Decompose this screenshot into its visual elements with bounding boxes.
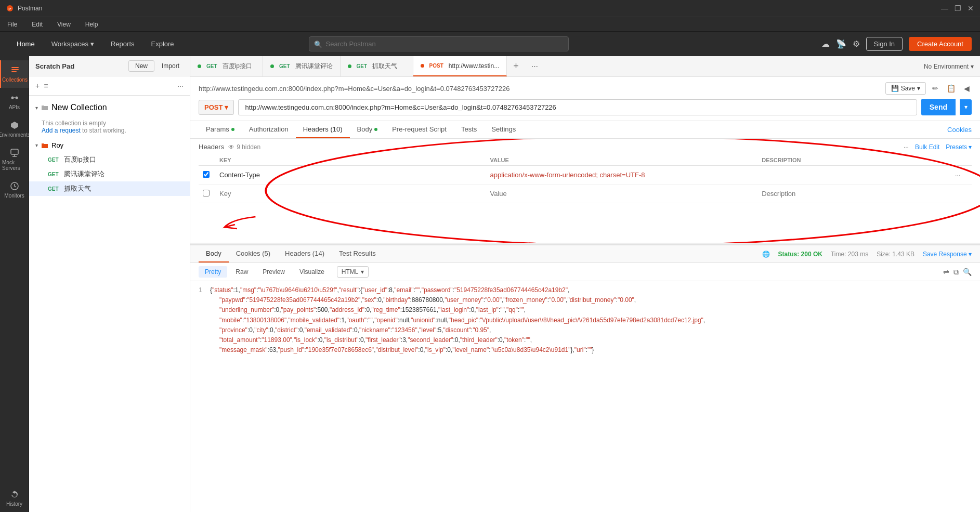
nav-home[interactable]: Home xyxy=(8,32,43,56)
format-type-select[interactable]: HTML ▾ xyxy=(337,266,369,278)
presets-button[interactable]: Presets ▾ xyxy=(946,143,972,151)
code-line-cont3: "mobile":"13800138006","mobile_validated… xyxy=(199,316,972,325)
add-tab-button[interactable]: + xyxy=(507,56,525,76)
scratch-pad-buttons: New Import xyxy=(128,60,184,72)
satellite-icon[interactable]: 📡 xyxy=(836,39,846,49)
url-input[interactable] xyxy=(238,99,917,115)
req-tab-settings[interactable]: Settings xyxy=(484,121,523,138)
signin-button[interactable]: Sign In xyxy=(866,37,903,51)
roy-collection-item[interactable]: ▾ Roy xyxy=(29,138,190,152)
empty-key-input[interactable] xyxy=(219,189,481,199)
empty-more-cell xyxy=(951,185,972,203)
edit-icon-btn[interactable]: ✏ xyxy=(930,82,940,95)
save-button[interactable]: 💾 Save ▾ xyxy=(885,82,926,95)
req-tab-prerequest[interactable]: Pre-request Script xyxy=(385,121,454,138)
panel-header: + ≡ ··· xyxy=(29,76,190,96)
format-preview-btn[interactable]: Preview xyxy=(256,266,291,278)
header-key-0[interactable] xyxy=(219,170,481,180)
method-badge-get-2: GET xyxy=(46,186,61,192)
filter-button[interactable]: ≡ xyxy=(44,82,48,90)
sidebar-item-apis[interactable]: APIs xyxy=(0,88,29,115)
cloud-icon[interactable]: ☁ xyxy=(821,39,830,49)
sidebar-icons: Collections APIs Environments Mock Serve… xyxy=(0,56,29,512)
svg-point-6 xyxy=(15,97,18,99)
request-item-0[interactable]: GET 百度ip接口 xyxy=(29,152,190,167)
tab-0[interactable]: GET 百度ip接口 xyxy=(190,56,263,76)
req-tab-headers[interactable]: Headers (10) xyxy=(296,121,350,138)
monitors-icon xyxy=(10,181,19,191)
send-dropdown-button[interactable]: ▾ xyxy=(960,99,972,115)
req-tab-body[interactable]: Body xyxy=(350,121,385,138)
create-account-button[interactable]: Create Account xyxy=(909,37,972,51)
header-desc-0[interactable] xyxy=(762,170,947,180)
nav-explore[interactable]: Explore xyxy=(143,32,182,56)
panel-more-button[interactable]: ··· xyxy=(177,82,184,90)
search-response-btn[interactable]: 🔍 xyxy=(963,268,972,276)
req-tab-tests[interactable]: Tests xyxy=(454,121,484,138)
method-select[interactable]: POST ▾ xyxy=(199,100,234,115)
res-tab-body[interactable]: Body xyxy=(199,245,229,262)
add-request-link[interactable]: Add a request xyxy=(42,127,81,134)
env-selector[interactable]: No Environment ▾ xyxy=(918,63,980,70)
tab-3[interactable]: POST http://www.testin... xyxy=(413,56,507,76)
empty-checkbox[interactable] xyxy=(203,190,210,196)
req-tab-authorization[interactable]: Authorization xyxy=(242,121,296,138)
new-button[interactable]: New xyxy=(128,60,154,72)
app-icon: P xyxy=(6,5,14,12)
bulk-edit-button[interactable]: Bulk Edit xyxy=(915,143,939,151)
format-visualize-btn[interactable]: Visualize xyxy=(293,266,331,278)
import-button[interactable]: Import xyxy=(158,60,184,72)
sidebar-toggle-btn[interactable]: ◀ xyxy=(962,82,972,95)
format-raw-btn[interactable]: Raw xyxy=(229,266,254,278)
empty-desc-input[interactable] xyxy=(762,189,947,199)
nav-workspaces[interactable]: Workspaces ▾ xyxy=(43,32,102,56)
tab-dot-0 xyxy=(198,64,201,68)
save-response-button[interactable]: Save Response ▾ xyxy=(923,251,972,258)
tab-more-button[interactable]: ··· xyxy=(525,56,544,76)
tab-1[interactable]: GET 腾讯课堂评论 xyxy=(263,56,341,76)
request-row: POST ▾ Send ▾ xyxy=(199,99,972,115)
req-tabs: Params Authorization Headers (10) Body P… xyxy=(190,121,980,139)
cookies-link[interactable]: Cookies xyxy=(947,126,972,134)
menu-file[interactable]: File xyxy=(4,20,20,29)
request-item-1[interactable]: GET 腾讯课堂评论 xyxy=(29,167,190,181)
header-checkbox-0[interactable] xyxy=(203,171,210,178)
maximize-button[interactable]: ❐ xyxy=(955,4,961,12)
menu-view[interactable]: View xyxy=(54,20,74,29)
req-tab-params[interactable]: Params xyxy=(199,121,242,138)
sidebar-item-monitors[interactable]: Monitors xyxy=(0,176,29,204)
sidebar-item-collections[interactable]: Collections xyxy=(0,60,29,88)
search-input[interactable] xyxy=(309,36,569,51)
tab-label-1: 腾讯课堂评论 xyxy=(295,62,333,71)
request-item-2[interactable]: GET 抓取天气 xyxy=(29,181,190,196)
send-button[interactable]: Send xyxy=(921,99,956,115)
format-pretty-btn[interactable]: Pretty xyxy=(199,266,227,278)
method-badge-get-0: GET xyxy=(46,156,61,163)
menu-help[interactable]: Help xyxy=(82,20,101,29)
close-button[interactable]: ✕ xyxy=(968,4,974,12)
new-collection-item[interactable]: ▾ New Collection xyxy=(29,100,190,115)
response-status-bar: 🌐 Status: 200 OK Time: 203 ms Size: 1.43… xyxy=(762,251,972,258)
add-collection-button[interactable]: + xyxy=(35,82,40,90)
res-tab-headers[interactable]: Headers (14) xyxy=(278,245,332,262)
res-tab-tests[interactable]: Test Results xyxy=(332,245,383,262)
res-tab-cookies[interactable]: Cookies (5) xyxy=(229,245,278,262)
empty-value-input[interactable] xyxy=(490,189,753,199)
nav-reports[interactable]: Reports xyxy=(102,32,143,56)
menubar: File Edit View Help xyxy=(0,17,980,31)
wrap-icon-btn[interactable]: ⇌ xyxy=(943,268,949,276)
sidebar-item-mock-servers[interactable]: Mock Servers xyxy=(0,143,29,176)
header-value-0[interactable] xyxy=(490,170,753,180)
mock-servers-icon xyxy=(10,148,19,157)
col-header-check xyxy=(199,155,215,166)
copy-response-btn[interactable]: ⧉ xyxy=(953,268,959,277)
menu-edit[interactable]: Edit xyxy=(29,20,46,29)
copy-icon-btn[interactable]: 📋 xyxy=(945,82,958,95)
code-line-cont: "paypwd":"519475228fe35ad067744465c42a19… xyxy=(199,295,972,305)
sidebar-item-history[interactable]: History xyxy=(0,484,29,512)
settings-icon[interactable]: ⚙ xyxy=(853,39,860,49)
tab-2[interactable]: GET 抓取天气 xyxy=(341,56,413,76)
minimize-button[interactable]: — xyxy=(941,4,948,12)
row-more-icon[interactable]: ··· xyxy=(955,172,960,179)
sidebar-item-environments[interactable]: Environments xyxy=(0,115,29,143)
